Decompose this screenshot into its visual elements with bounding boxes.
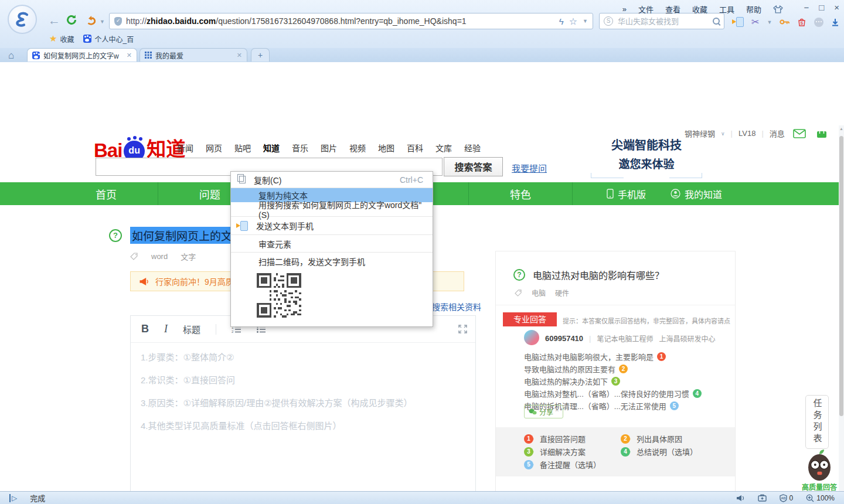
question-tags: word 文字	[130, 251, 196, 262]
window-menu-bar: » 文件 查看 收藏 工具 帮助	[622, 4, 783, 15]
heading-button[interactable]: 标题	[183, 323, 200, 335]
zoom-control[interactable]: 100%	[806, 494, 835, 502]
mail-envelope-icon[interactable]	[793, 129, 806, 138]
nav-web[interactable]: 网页	[206, 142, 222, 154]
username-caret-icon[interactable]: ∨	[721, 131, 725, 137]
close-button[interactable]: ×	[834, 2, 839, 12]
ad-line2: 邀您来体验	[591, 155, 702, 171]
home-icon[interactable]: ⌂	[8, 50, 14, 62]
greennav-featured[interactable]: 特色	[469, 182, 573, 205]
search-related-link[interactable]: 搜索相关资料	[432, 301, 481, 312]
toolbox-control[interactable]	[758, 494, 767, 502]
context-menu-inspect-element[interactable]: 审查元素	[231, 235, 433, 252]
scrollbar-up-arrow[interactable]: ▲	[839, 127, 844, 131]
minimize-button[interactable]: −	[804, 2, 809, 12]
bookmark-favorites[interactable]: ★ 收藏	[49, 33, 74, 44]
sidebar-toggle-icon[interactable]: ▷	[9, 494, 17, 502]
bookmarks-bar: ★ 收藏 个人中心_百	[49, 33, 134, 44]
user-person-icon	[671, 189, 680, 199]
nav-images[interactable]: 图片	[321, 142, 337, 154]
key-password-icon[interactable]	[780, 19, 789, 25]
menu-favorites[interactable]: 收藏	[692, 4, 707, 15]
greennav-mobile[interactable]: 手机版	[607, 187, 646, 201]
mascot-widget[interactable]: 高质量回答 小课堂	[795, 449, 844, 491]
favorite-star-icon[interactable]: ☆	[569, 16, 577, 27]
nav-tieba[interactable]: 贴吧	[234, 142, 251, 154]
mute-speaker-control[interactable]	[736, 495, 745, 502]
ask-question-link[interactable]: 我要提问	[512, 162, 547, 174]
tab-close-icon[interactable]: ✕	[237, 52, 242, 59]
undo-dropdown-caret[interactable]: ▼	[100, 19, 105, 25]
nav-news[interactable]: 新闻	[177, 142, 193, 154]
skin-shirt-icon[interactable]	[773, 5, 783, 13]
nav-zhidao[interactable]: 知道	[263, 142, 280, 154]
nav-video[interactable]: 视频	[349, 142, 366, 154]
menu-file[interactable]: 文件	[638, 4, 654, 15]
screenshot-dropdown-caret[interactable]: ▼	[767, 19, 772, 25]
nav-baike[interactable]: 百科	[407, 142, 423, 154]
header-ad-banner[interactable]: 尖端智能科技 邀您来体验	[591, 136, 702, 178]
baidu-favicon-paw-icon	[32, 52, 40, 59]
tag-hardware[interactable]: 硬件	[555, 288, 569, 298]
browser-search-input[interactable]	[617, 16, 709, 26]
maximize-button[interactable]: □	[819, 2, 824, 12]
nav-wenku[interactable]: 文库	[435, 142, 452, 154]
browser-search-box[interactable]: S	[599, 13, 724, 29]
back-icon[interactable]: ←	[48, 14, 60, 26]
nav-music[interactable]: 音乐	[292, 142, 308, 154]
mascot-text-line1: 高质量回答	[795, 483, 844, 491]
greennav-my-zhidao[interactable]: 我的知道	[671, 187, 722, 201]
tab-close-icon[interactable]: ✕	[127, 52, 132, 59]
greennav-home[interactable]: 首页	[55, 182, 158, 205]
tag-computer[interactable]: 电脑	[532, 288, 546, 298]
avatar[interactable]	[524, 330, 539, 345]
search-answers-button[interactable]: 搜索答案	[444, 157, 503, 176]
example-question-title[interactable]: 电脑过热对电脑的影响有哪些？	[533, 268, 664, 282]
tab-favorites[interactable]: 我的最爱 ✕	[139, 48, 247, 62]
browser-status-bar: ▷ 完成 AD 0 100%	[0, 491, 844, 504]
user-level-badge[interactable]: LV18	[738, 129, 755, 138]
download-icon[interactable]	[831, 18, 839, 26]
tab-current-question[interactable]: 如何复制网页上的文字w ✕	[27, 48, 137, 62]
share-button[interactable]: 分享 ^	[524, 405, 563, 418]
structure-marker-3: 3	[611, 377, 620, 386]
nav-maps[interactable]: 地图	[378, 142, 394, 154]
header-user-strip: 钢神绿钢 ∨ | LV18 | 消息	[685, 128, 827, 139]
url-dropdown-caret[interactable]: ▼	[583, 18, 588, 24]
menu-tools[interactable]: 工具	[719, 4, 734, 15]
new-tab-button[interactable]: +	[251, 48, 270, 62]
sogou-logo[interactable]	[8, 5, 37, 34]
copy-icon	[239, 176, 246, 183]
shopping-bag-icon[interactable]: S	[797, 18, 806, 27]
ad-block-counter[interactable]: AD 0	[780, 494, 794, 502]
bookmark-personal-center[interactable]: 个人中心_百	[83, 34, 134, 44]
tag-word[interactable]: word	[151, 252, 168, 261]
mobile-phone-icon	[607, 189, 614, 199]
send-to-phone-icon[interactable]	[736, 17, 744, 27]
undo-icon[interactable]	[86, 15, 97, 25]
fullscreen-expand-icon[interactable]	[458, 325, 467, 333]
browser-toolbar-icons: ✂ ▼ S	[731, 16, 839, 28]
context-menu-sogou-search[interactable]: 用搜狗搜索"如何复制网页上的文字word文档"(S)	[231, 202, 433, 216]
bold-button[interactable]: B	[141, 323, 149, 335]
lightning-icon[interactable]: ϟ	[559, 16, 564, 26]
italic-button[interactable]: I	[164, 323, 168, 335]
menu-help[interactable]: 帮助	[746, 4, 761, 15]
menu-view[interactable]: 查看	[665, 4, 680, 15]
task-list-widget[interactable]: 任务列表	[805, 395, 829, 449]
tag-wenzi[interactable]: 文字	[181, 251, 196, 262]
url-bar[interactable]: http://zhidao.baidu.com/question/1758167…	[109, 13, 593, 29]
messages-link[interactable]: 消息	[770, 128, 785, 139]
context-menu-copy[interactable]: 复制(C) Ctrl+C	[231, 172, 433, 188]
sogou-s-icon	[14, 11, 30, 28]
answerer-org: 上海昌硕研发中心	[659, 333, 715, 343]
more-tools-icon[interactable]	[814, 18, 823, 27]
scissors-screenshot-icon[interactable]: ✂	[751, 16, 759, 28]
answerer-id[interactable]: 609957410	[545, 334, 583, 343]
page-scrollbar-thumb[interactable]	[839, 136, 843, 416]
toolbar-overflow-chevrons[interactable]: »	[622, 5, 627, 13]
nav-jingyan[interactable]: 经验	[464, 142, 481, 154]
green-bag-icon[interactable]	[816, 129, 827, 138]
search-magnifier-icon[interactable]	[713, 18, 720, 25]
refresh-icon[interactable]	[66, 14, 77, 26]
